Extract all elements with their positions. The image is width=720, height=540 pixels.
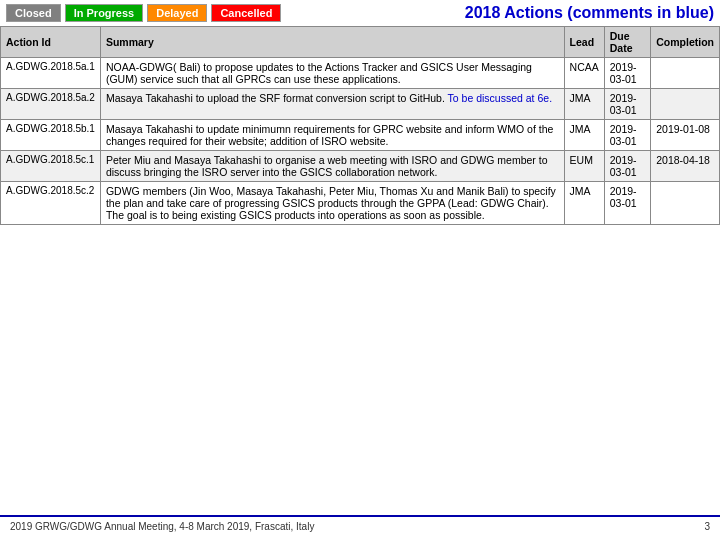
col-due-date: Due Date	[604, 27, 651, 58]
cell-completion	[651, 89, 720, 120]
footer-right: 3	[704, 521, 710, 532]
col-action-id: Action Id	[1, 27, 101, 58]
cell-summary: Masaya Takahashi to update minimumn requ…	[100, 120, 564, 151]
cell-lead: JMA	[564, 120, 604, 151]
cell-summary: Masaya Takahashi to upload the SRF forma…	[100, 89, 564, 120]
cell-summary: Peter Miu and Masaya Takahashi to organi…	[100, 151, 564, 182]
page-title-main: 2018 Actions	[465, 4, 568, 21]
badge-closed[interactable]: Closed	[6, 4, 61, 22]
page-title: 2018 Actions (comments in blue)	[465, 4, 714, 22]
cell-completion: 2018-04-18	[651, 151, 720, 182]
cell-summary: GDWG members (Jin Woo, Masaya Takahashi,…	[100, 182, 564, 225]
table-row: A.GDWG.2018.5c.2GDWG members (Jin Woo, M…	[1, 182, 720, 225]
page-title-blue: (comments in blue)	[567, 4, 714, 21]
table-row: A.GDWG.2018.5b.1Masaya Takahashi to upda…	[1, 120, 720, 151]
cell-due-date: 2019-03-01	[604, 89, 651, 120]
cell-completion	[651, 182, 720, 225]
cell-lead: NCAA	[564, 58, 604, 89]
header-bar: Closed In Progress Delayed Cancelled 201…	[0, 0, 720, 26]
table-row: A.GDWG.2018.5c.1Peter Miu and Masaya Tak…	[1, 151, 720, 182]
cell-due-date: 2019-03-01	[604, 182, 651, 225]
cell-action-id: A.GDWG.2018.5c.1	[1, 151, 101, 182]
cell-lead: EUM	[564, 151, 604, 182]
footer: 2019 GRWG/GDWG Annual Meeting, 4-8 March…	[0, 515, 720, 532]
cell-lead: JMA	[564, 89, 604, 120]
col-lead: Lead	[564, 27, 604, 58]
actions-table: Action Id Summary Lead Due Date Completi…	[0, 26, 720, 225]
col-completion: Completion	[651, 27, 720, 58]
badge-inprogress[interactable]: In Progress	[65, 4, 144, 22]
table-row: A.GDWG.2018.5a.1NOAA-GDWG( Bali) to prop…	[1, 58, 720, 89]
cell-action-id: A.GDWG.2018.5a.1	[1, 58, 101, 89]
cell-due-date: 2019-03-01	[604, 120, 651, 151]
cell-lead: JMA	[564, 182, 604, 225]
cell-action-id: A.GDWG.2018.5a.2	[1, 89, 101, 120]
cell-action-id: A.GDWG.2018.5b.1	[1, 120, 101, 151]
cell-summary: NOAA-GDWG( Bali) to propose updates to t…	[100, 58, 564, 89]
cell-completion: 2019-01-08	[651, 120, 720, 151]
col-summary: Summary	[100, 27, 564, 58]
cell-completion	[651, 58, 720, 89]
footer-left: 2019 GRWG/GDWG Annual Meeting, 4-8 March…	[10, 521, 314, 532]
cell-due-date: 2019-03-01	[604, 151, 651, 182]
badge-delayed[interactable]: Delayed	[147, 4, 207, 22]
table-row: A.GDWG.2018.5a.2Masaya Takahashi to uplo…	[1, 89, 720, 120]
cell-due-date: 2019-03-01	[604, 58, 651, 89]
cell-action-id: A.GDWG.2018.5c.2	[1, 182, 101, 225]
badge-cancelled[interactable]: Cancelled	[211, 4, 281, 22]
